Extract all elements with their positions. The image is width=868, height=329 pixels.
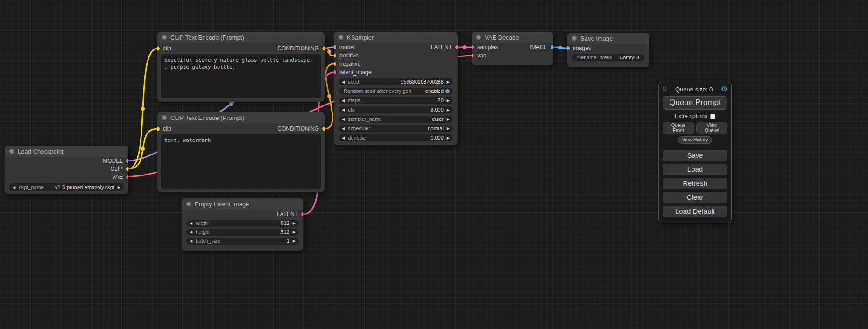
link-midpoint-dot[interactable] — [141, 107, 145, 111]
seed-widget[interactable]: ◀ seed 156680208700286 ▶ — [339, 78, 453, 85]
save-button[interactable]: Save — [663, 150, 727, 161]
clip-output-dot[interactable] — [126, 167, 128, 171]
view-history-button[interactable]: View History — [678, 136, 712, 144]
settings-gear-icon[interactable]: ⚙ — [721, 85, 727, 93]
collapse-dot[interactable] — [162, 35, 167, 40]
increment-arrow-icon[interactable]: ▶ — [447, 106, 450, 113]
vae-input-dot[interactable] — [472, 54, 474, 58]
load-button[interactable]: Load — [663, 164, 727, 175]
increment-arrow-icon[interactable]: ▶ — [447, 78, 450, 85]
node-load-checkpoint[interactable]: Load Checkpoint MODEL CLIP VAE ◀ ckpt_na… — [5, 146, 128, 194]
decrement-arrow-icon[interactable]: ◀ — [190, 229, 192, 236]
increment-arrow-icon[interactable]: ▶ — [293, 238, 296, 245]
clip-input-dot[interactable] — [157, 127, 160, 131]
positive-prompt-textarea[interactable]: beautiful scenery nature glass bottle la… — [161, 54, 321, 98]
extra-options-checkbox[interactable] — [710, 114, 715, 119]
samples-input-dot[interactable] — [472, 45, 474, 49]
link-midpoint-dot[interactable] — [463, 45, 466, 49]
decrement-arrow-icon[interactable]: ◀ — [342, 78, 345, 85]
toggle-indicator[interactable] — [445, 89, 450, 93]
wire-vaedecode-to-saveimage — [553, 47, 567, 48]
queue-front-button[interactable]: Queue Front — [663, 122, 694, 134]
link-midpoint-dot[interactable] — [327, 50, 331, 54]
width-widget[interactable]: ◀ width 512 ▶ — [186, 220, 299, 227]
model-output-dot[interactable] — [126, 159, 128, 163]
node-ksampler[interactable]: KSampler model LATENT positive negative … — [334, 32, 458, 145]
queue-prompt-button[interactable]: Queue Prompt — [663, 96, 727, 110]
increment-arrow-icon[interactable]: ▶ — [447, 97, 450, 104]
collapse-dot[interactable] — [476, 35, 481, 40]
node-title-bar[interactable]: Save Image — [567, 33, 649, 44]
drag-handle-icon[interactable]: ⠿ — [663, 86, 667, 93]
refresh-button[interactable]: Refresh — [663, 178, 727, 189]
vae-output-dot[interactable] — [126, 175, 128, 179]
ckpt-name-widget[interactable]: ◀ ckpt_name v1-5-pruned-emaonly.ckpt ▶ — [9, 183, 124, 191]
node-title-bar[interactable]: VAE Decode — [472, 32, 553, 43]
node-title-bar[interactable]: Empty Latent Image — [182, 198, 303, 210]
increment-arrow-icon[interactable]: ▶ — [447, 116, 450, 123]
decrement-arrow-icon[interactable]: ◀ — [342, 106, 345, 113]
load-default-button[interactable]: Load Default — [663, 206, 727, 217]
latent-output-dot[interactable] — [301, 212, 303, 217]
clear-button[interactable]: Clear — [663, 192, 727, 203]
random-seed-toggle[interactable]: Random seed after every gen enabled — [339, 88, 453, 95]
decrement-arrow-icon[interactable]: ◀ — [190, 220, 192, 227]
decrement-arrow-icon[interactable]: ◀ — [342, 125, 345, 132]
images-input-dot[interactable] — [567, 46, 570, 50]
collapse-dot[interactable] — [162, 115, 167, 120]
node-clip-text-encode-positive[interactable]: CLIP Text Encode (Prompt) clip CONDITION… — [157, 32, 325, 102]
node-title-bar[interactable]: KSampler — [334, 32, 458, 43]
height-widget[interactable]: ◀ height 512 ▶ — [186, 229, 299, 236]
link-midpoint-dot[interactable] — [327, 94, 331, 98]
latent-output-dot[interactable] — [455, 45, 458, 49]
sampler-name-widget[interactable]: ◀ sampler_name euler ▶ — [339, 116, 453, 123]
decrement-arrow-icon[interactable]: ◀ — [342, 97, 345, 104]
increment-arrow-icon[interactable]: ▶ — [293, 220, 296, 227]
collapse-dot[interactable] — [339, 35, 343, 40]
negative-prompt-textarea[interactable]: text, watermark — [161, 134, 321, 189]
increment-arrow-icon[interactable]: ▶ — [293, 229, 296, 236]
node-clip-text-encode-negative[interactable]: CLIP Text Encode (Prompt) clip CONDITION… — [157, 112, 325, 192]
decrement-arrow-icon[interactable]: ◀ — [342, 116, 345, 123]
node-title-bar[interactable]: Load Checkpoint — [5, 146, 128, 157]
increment-arrow-icon[interactable]: ▶ — [118, 184, 120, 191]
increment-arrow-icon[interactable]: ▶ — [447, 134, 450, 141]
output-slot-latent: LATENT — [182, 210, 303, 219]
batch-size-widget[interactable]: ◀ batch_size 1 ▶ — [186, 238, 299, 245]
latent-image-input-dot[interactable] — [334, 70, 336, 75]
collapse-dot[interactable] — [572, 36, 577, 41]
node-save-image[interactable]: Save Image images filename_prefix ComfyU… — [567, 33, 649, 67]
wire-clip-to-negative-prompt — [128, 129, 157, 169]
steps-widget[interactable]: ◀ steps 20 ▶ — [339, 97, 453, 104]
node-title: KSampler — [347, 34, 374, 41]
collapse-dot[interactable] — [9, 149, 14, 154]
conditioning-output-dot[interactable] — [322, 47, 325, 51]
positive-input-dot[interactable] — [334, 54, 336, 58]
filename-prefix-widget[interactable]: filename_prefix ComfyUI — [572, 54, 644, 61]
collapse-dot[interactable] — [186, 202, 191, 206]
comfy-menu-panel[interactable]: ⠿ Queue size: 0 ⚙ Queue Prompt Extra opt… — [658, 82, 732, 223]
node-empty-latent-image[interactable]: Empty Latent Image LATENT ◀ width 512 ▶ … — [182, 198, 303, 251]
image-output-dot[interactable] — [551, 45, 553, 49]
node-vae-decode[interactable]: VAE Decode samples IMAGE vae — [472, 32, 553, 65]
widget-label: filename_prefix — [577, 54, 612, 61]
view-queue-button[interactable]: View Queue — [696, 122, 728, 134]
negative-input-dot[interactable] — [334, 62, 336, 66]
input-slot-positive: positive — [334, 51, 458, 60]
node-title-bar[interactable]: CLIP Text Encode (Prompt) — [157, 32, 325, 43]
denoise-widget[interactable]: ◀ denoise 1.000 ▶ — [339, 134, 453, 141]
decrement-arrow-icon[interactable]: ◀ — [342, 134, 345, 141]
link-midpoint-dot[interactable] — [558, 46, 562, 49]
link-midpoint-dot[interactable] — [229, 102, 233, 106]
decrement-arrow-icon[interactable]: ◀ — [190, 238, 192, 245]
scheduler-widget[interactable]: ◀ scheduler normal ▶ — [339, 125, 453, 132]
increment-arrow-icon[interactable]: ▶ — [447, 125, 450, 132]
cfg-widget[interactable]: ◀ cfg 8.000 ▶ — [339, 106, 453, 113]
comfyui-canvas[interactable]: { "colors": { "model": "#B39DDB", "clip"… — [0, 0, 868, 329]
conditioning-output-dot[interactable] — [322, 127, 325, 131]
node-title-bar[interactable]: CLIP Text Encode (Prompt) — [157, 112, 325, 123]
decrement-arrow-icon[interactable]: ◀ — [13, 184, 15, 191]
model-input-dot[interactable] — [334, 45, 336, 49]
link-midpoint-dot[interactable] — [141, 147, 145, 151]
clip-input-dot[interactable] — [157, 47, 160, 51]
